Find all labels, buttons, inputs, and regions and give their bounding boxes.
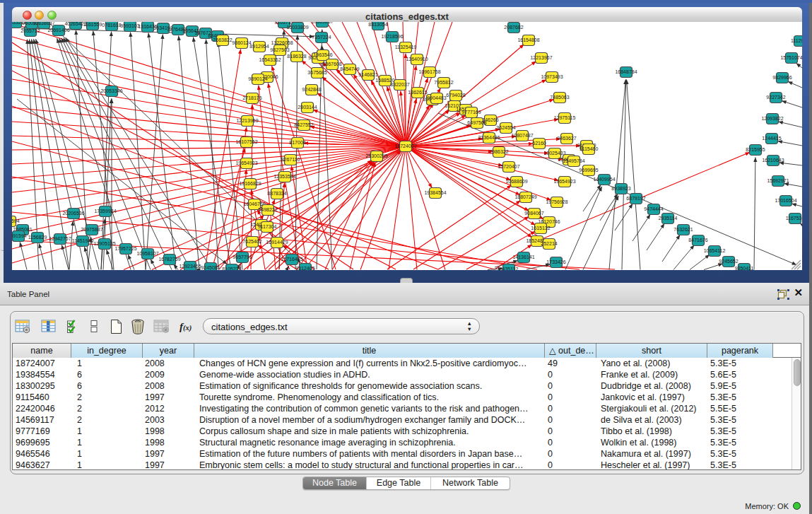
svg-text:15495784: 15495784 [563, 158, 584, 163]
svg-text:16210643: 16210643 [762, 158, 784, 163]
svg-text:2935114: 2935114 [659, 216, 678, 221]
svg-text:1244415: 1244415 [762, 136, 781, 141]
svg-text:10025433: 10025433 [543, 151, 565, 156]
svg-text:6497568: 6497568 [467, 120, 486, 125]
svg-text:2055712: 2055712 [20, 28, 40, 33]
svg-text:8912954: 8912954 [249, 44, 269, 49]
svg-text:19654923: 19654923 [553, 179, 575, 184]
svg-text:7632621: 7632621 [673, 227, 693, 232]
svg-text:21364436: 21364436 [478, 135, 500, 140]
svg-text:8267110: 8267110 [281, 157, 300, 162]
svg-text:20206536: 20206536 [62, 211, 84, 216]
svg-text:14409954: 14409954 [593, 177, 615, 182]
svg-text:10688609: 10688609 [505, 179, 527, 184]
svg-text:8322037: 8322037 [390, 82, 409, 87]
svg-text:10961758: 10961758 [418, 69, 440, 74]
svg-text:11451940: 11451940 [72, 238, 94, 243]
svg-text:1112904: 1112904 [791, 38, 802, 43]
svg-text:8105224: 8105224 [222, 267, 241, 270]
svg-text:9904483: 9904483 [427, 95, 446, 100]
svg-text:7485063: 7485063 [550, 95, 569, 100]
svg-text:9777169: 9777169 [461, 110, 481, 115]
svg-text:14136141: 14136141 [512, 255, 534, 259]
svg-text:20691406: 20691406 [47, 28, 69, 33]
svg-text:8813054: 8813054 [368, 22, 387, 27]
svg-text:10958107: 10958107 [136, 251, 158, 256]
svg-text:9242848: 9242848 [302, 87, 321, 92]
svg-text:19166829: 19166829 [239, 181, 261, 186]
svg-text:f(x): f(x) [180, 321, 192, 332]
svg-text:10807487: 10807487 [511, 133, 533, 138]
svg-text:9827503: 9827503 [270, 47, 289, 52]
svg-text:3675685: 3675685 [307, 70, 326, 75]
svg-text:2718176: 2718176 [242, 95, 261, 100]
svg-text:9463627: 9463627 [557, 136, 576, 141]
svg-text:9350411: 9350411 [735, 266, 754, 270]
svg-text:391594: 391594 [12, 233, 27, 238]
svg-text:817004: 817004 [289, 140, 305, 145]
svg-text:19654923: 19654923 [235, 160, 257, 165]
svg-text:8878334: 8878334 [267, 191, 286, 196]
svg-text:8471676: 8471676 [688, 238, 707, 243]
svg-text:12353594: 12353594 [273, 174, 295, 179]
svg-text:9312405: 9312405 [295, 266, 314, 270]
svg-text:9474444: 9474444 [644, 206, 663, 211]
svg-text:9146821: 9146821 [358, 72, 377, 77]
svg-text:7357224: 7357224 [312, 35, 331, 40]
svg-text:25300295: 25300295 [365, 153, 387, 158]
svg-text:16782759: 16782759 [158, 257, 180, 262]
svg-text:10653287: 10653287 [311, 22, 333, 24]
svg-text:20975887: 20975887 [81, 227, 102, 232]
svg-text:17957225: 17957225 [114, 246, 136, 251]
svg-text:13640910: 13640910 [406, 57, 428, 62]
svg-text:1156829: 1156829 [28, 235, 47, 240]
svg-text:18724007: 18724007 [394, 144, 416, 148]
svg-text:8435112: 8435112 [500, 267, 519, 270]
svg-text:5353594: 5353594 [12, 218, 20, 223]
svg-text:9657791: 9657791 [233, 255, 252, 259]
svg-text:9117304: 9117304 [258, 224, 277, 229]
svg-text:19384554: 19384554 [424, 190, 446, 195]
svg-text:9245081: 9245081 [201, 265, 220, 270]
svg-text:1733426: 1733426 [546, 259, 565, 264]
svg-text:12213967: 12213967 [530, 55, 552, 60]
svg-text:12942757: 12942757 [49, 236, 71, 241]
svg-text:16848784: 16848784 [615, 69, 637, 74]
svg-text:11325419: 11325419 [395, 45, 417, 49]
svg-text:1167534: 1167534 [786, 216, 802, 221]
svg-text:9084067: 9084067 [524, 211, 543, 216]
svg-text:3624554: 3624554 [496, 125, 515, 130]
svg-text:12905135: 12905135 [93, 241, 115, 246]
svg-text:62160: 62160 [532, 141, 546, 146]
svg-text:16543362: 16543362 [259, 57, 281, 62]
svg-text:8454749: 8454749 [340, 66, 359, 71]
svg-text:19218596: 19218596 [381, 34, 403, 39]
svg-text:7955812: 7955812 [434, 80, 453, 85]
svg-text:1615132: 1615132 [531, 226, 550, 230]
svg-text:12213969: 12213969 [236, 118, 258, 123]
svg-text:16914479: 16914479 [266, 240, 288, 245]
svg-text:12093822: 12093822 [761, 116, 783, 121]
svg-text:2367608: 2367608 [322, 62, 341, 66]
svg-text:0781618: 0781618 [102, 23, 121, 28]
svg-text:1362615: 1362615 [408, 90, 427, 95]
svg-text:9699695: 9699695 [579, 168, 598, 173]
svg-text:17359924: 17359924 [94, 209, 116, 214]
svg-text:9227342: 9227342 [766, 95, 785, 100]
svg-text:7625402: 7625402 [242, 239, 261, 244]
svg-text:20053346: 20053346 [100, 88, 122, 93]
svg-text:2087682: 2087682 [504, 25, 523, 30]
svg-text:6794028: 6794028 [446, 93, 465, 98]
svg-text:252214: 252214 [541, 241, 557, 246]
svg-text:16033809: 16033809 [286, 25, 308, 30]
svg-text:15751074: 15751074 [780, 55, 802, 60]
svg-text:9890124: 9890124 [248, 76, 267, 81]
svg-text:15692971: 15692971 [767, 178, 789, 183]
svg-text:7663822: 7663822 [213, 37, 232, 42]
svg-text:19756928: 19756928 [546, 199, 567, 204]
svg-text:9593103: 9593103 [120, 23, 139, 28]
svg-text:15720407: 15720407 [498, 164, 519, 169]
svg-text:8427552: 8427552 [294, 122, 313, 127]
svg-text:12975115: 12975115 [554, 115, 576, 120]
svg-text:8186328: 8186328 [287, 54, 306, 59]
